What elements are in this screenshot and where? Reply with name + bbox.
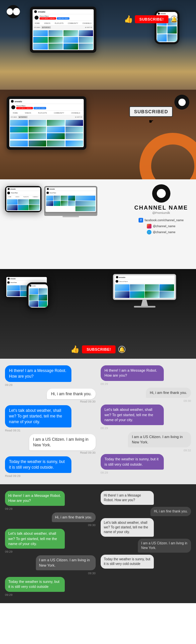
subscribe-button-s4[interactable]: SUBSCRIBE! [82,345,116,353]
time-3-right: 08:29 [101,426,108,430]
time-5-right: 08:29 [101,471,108,474]
text-4-dark-left: I am a US Citizen. I am living in New Yo… [39,558,90,567]
laptop-s3: envato Channel Name [44,186,97,217]
devices-s3: envato Channel Name HOMEVIDEOSPLAYLISTSC… [5,186,97,217]
time-2-dark-left: 09:30 [88,523,96,527]
chat-left-dark: Hi there! I am a Message Robot. How are … [5,491,96,597]
bubble-5-dark-right: Today the weather is sunny, but it is st… [101,555,154,569]
text-3-dark-left: Let's talk about weather, shall we? To g… [8,531,57,546]
cursor-icon: ☛ [129,118,173,125]
msg-sent-2-left: Hi, i am fine thank you. Read 09:30 [5,389,96,404]
monitor-s4: envato Channel Name [113,274,176,308]
msg-sent-2-dark-right: Hi, i am fine thank you. [101,507,191,516]
twitter-handle-s3: @channel_name [153,230,175,234]
bell-icon-s1: 🔔 [170,16,178,23]
channel-info-s3: CHANNEL NAME @Premiumilk f facebook.com/… [131,184,191,234]
section4-hero: envato Channel Name [0,269,196,359]
bubble-3-left: Let's talk about weather, shall we? To g… [5,405,71,427]
text-5-left: Today the weather is sunny, but it is st… [9,459,65,470]
bubble-3-dark-left: Let's talk about weather, shall we? To g… [5,529,65,549]
bubble-1-left: Hi there! I am a Message Robot. How are … [5,365,71,382]
msg-received-3-dark-left: Let's talk about weather, shall we? To g… [5,529,96,553]
text-1-dark-left: Hi there! I am a Message Robot. How are … [8,494,61,503]
phone-s4: envato [27,282,50,310]
msg-received-5-right: Today the weather is sunny, but it is st… [101,454,191,474]
text-4-left: I am a US Citizen. I am living in New Yo… [33,437,89,447]
facebook-url-s3: facebook.com/channel_name [145,219,184,222]
msg-sent-2-dark-left: Hi, i am fine thank you. 09:30 [5,512,96,527]
bubble-2-dark-left: Hi, i am fine thank you. [52,512,96,522]
msg-received-5-left: Today the weather is sunny, but it is st… [5,456,96,478]
msg-sent-4-dark-left: I am a US Citizen. I am living in New Yo… [5,555,96,575]
text-1-right: Hi there! I am a Message Robot. How are … [105,368,157,377]
bell-icon-s4: 🔔 [118,346,126,353]
channel-handle-s3: @Premiumilk [131,211,191,215]
bubble-2-left: Hi, i am fine thank you. [47,389,95,400]
text-3-left: Let's talk about weather, shall we? To g… [9,408,62,424]
logo-circle-s2 [174,95,189,110]
bubble-4-dark-left: I am a US Citizen. I am living in New Yo… [36,555,96,570]
msg-sent-2-right: Hi, i am fine thank you. 09:30 [101,388,191,403]
time-1-dark-left: 09:29 [5,507,13,510]
text-3-right: Let's talk about weather, shall we? To g… [105,408,153,422]
subscribe-label-s1: SUBSCRIBE! [140,17,164,21]
msg-sent-4-dark-right: I am a US Citizen. I am living in New Yo… [101,539,191,553]
bubble-1-right: Hi there! I am a Message Robot. How are … [101,365,164,381]
read-5-left: Read 09:29 [5,474,21,478]
channel-name-s3: CHANNEL NAME [131,205,191,211]
time-4-right: 09:32 [183,449,191,452]
text-5-dark-left: Today the weather is sunny, but it is st… [8,580,59,589]
msg-received-3-dark-right: Let's talk about weather, shall we? To g… [101,518,191,537]
subscribed-badge-s2: SUBSCRIBED ☛ [129,106,173,125]
chat-right-light: Hi there! I am a Message Robot. How are … [101,365,191,478]
text-4-right: I am a US Citizen. I am living in New Yo… [132,435,183,444]
msg-received-3-left: Let's talk about weather, shall we? To g… [5,405,96,432]
chat-right-dark: Hi there! I am a Message Robot. How are … [101,491,191,597]
subscribe-label-s4: SUBSCRIBE! [87,347,111,351]
bubble-4-dark-right: I am a US Citizen. I am living in New Yo… [138,539,191,553]
read-2-left: Read 09:30 [80,400,96,403]
msg-received-1-left: Hi there! I am a Message Robot. How are … [5,365,96,387]
chat-left-light: Hi there! I am a Message Robot. How are … [5,365,96,478]
bubble-5-dark-left: Today the weather is sunny, but it is st… [5,577,65,592]
time-5-dark-left: 09:29 [5,593,13,597]
read-3-left: Read 09:31 [5,429,21,432]
tablet-device-s1: envato Channel Name CUSTOMISE CHANNEL FE… [30,7,96,53]
bubble-2-dark-right: Hi, i am fine thank you. [150,507,191,516]
facebook-row-s3: f facebook.com/channel_name [131,218,191,223]
text-4-dark-right: I am a US Citizen. I am living in New Yo… [141,541,187,550]
bubble-1-dark-right: Hi there! I am a Message Robot. How are … [101,491,154,505]
bubble-5-right: Today the weather is sunny, but it is st… [101,454,164,470]
text-1-dark-right: Hi there! I am a Message Robot. How are … [104,494,141,502]
msg-sent-4-left: I am a US Citizen. I am living in New Yo… [5,434,96,455]
time-1-right: 09:29 [101,382,108,386]
subscribed-label-s2: SUBSCRIBED [134,109,168,114]
bubble-1-dark-left: Hi there! I am a Message Robot. How are … [5,491,65,506]
section1-hero: envato Channel Name CUSTOMISE CHANNEL FE… [0,0,196,90]
section3-channel-info: envato Channel Name HOMEVIDEOSPLAYLISTSC… [0,179,196,269]
msg-received-1-dark-left: Hi there! I am a Message Robot. How are … [5,491,96,510]
twitter-icon-s3: 🐦 [147,230,151,234]
twitter-row-s3: 🐦 @channel_name [131,230,191,234]
msg-received-1-dark-right: Hi there! I am a Message Robot. How are … [101,491,191,505]
text-3-dark-right: Let's talk about weather, shall we? To g… [104,521,148,534]
msg-received-5-dark-left: Today the weather is sunny, but it is st… [5,577,96,597]
subscribe-area-s1: 👍 SUBSCRIBE! 🔔 [124,15,178,24]
subscribe-button-s1[interactable]: SUBSCRIBE! [135,15,168,23]
text-5-right: Today the weather is sunny, but it is st… [105,457,158,466]
section5-chat-light: Hi there! I am a Message Robot. How are … [0,359,196,484]
chat-pair-light: Hi there! I am a Message Robot. How are … [5,365,191,478]
subscribe-area-s4: 👍 SUBSCRIBE! 🔔 [70,345,126,354]
like-icon-s1: 👍 [124,15,133,24]
time-4-dark-left: 09:30 [88,572,96,575]
msg-sent-4-right: I am a US Citizen. I am living in New Yo… [101,432,191,452]
instagram-icon-s3 [147,224,151,229]
msg-received-5-dark-right: Today the weather is sunny, but it is st… [101,555,191,569]
channel-logo-s3 [152,184,170,203]
text-2-left: Hi, i am fine thank you. [51,392,91,396]
section2-hero: SUBSCRIBED ☛ envato Channel Name CUSTOMI… [0,90,196,179]
time-2-right: 09:30 [183,399,191,403]
instagram-row-s3: @channel_name [131,224,191,229]
chat-pair-dark: Hi there! I am a Message Robot. How are … [5,491,191,597]
time-3-dark-left: 09:29 [5,550,13,553]
